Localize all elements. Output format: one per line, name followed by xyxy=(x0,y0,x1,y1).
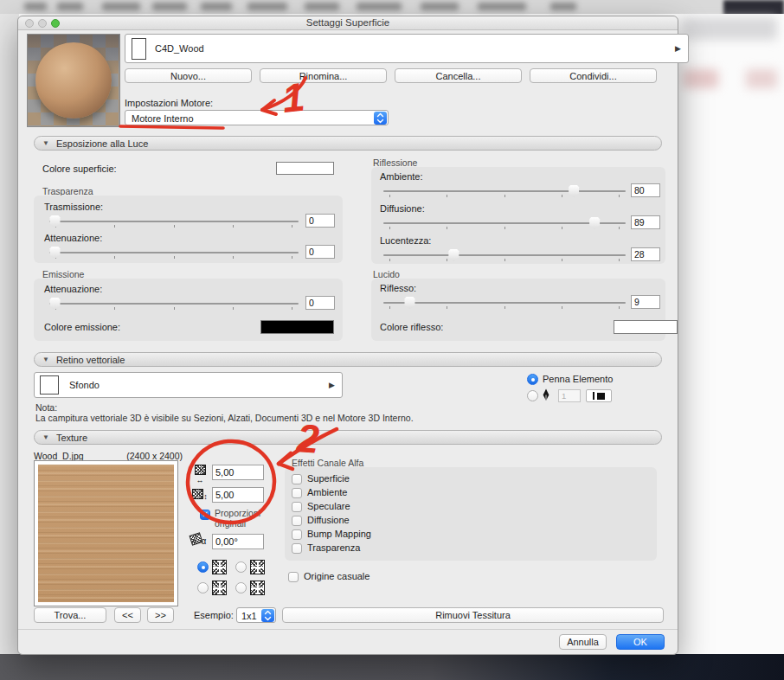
alfa-bump-label: Bump Mapping xyxy=(307,529,371,539)
section-esposizione-title: Esposizione alla Luce xyxy=(56,138,148,149)
alfa-diffusione-label: Diffusione xyxy=(307,515,350,525)
next-texture-button[interactable]: >> xyxy=(147,607,174,623)
nota-text: La campitura vettoriale 3D è visibile su… xyxy=(35,413,414,423)
texture-rotation-field[interactable] xyxy=(212,534,264,549)
mirror-option-3-icon xyxy=(212,581,227,595)
esempio-label: Esempio: xyxy=(194,610,234,620)
attenuazione-slider[interactable] xyxy=(49,247,299,260)
slider-track xyxy=(383,190,626,192)
retino-fill-selector[interactable]: Sfondo ▶ xyxy=(34,372,343,398)
texture-rotation-icon: α xyxy=(189,534,208,546)
riflesso-value[interactable] xyxy=(631,295,660,309)
rimuovi-tessitura-button[interactable]: Rimuovi Tessitura xyxy=(282,607,664,623)
disclosure-triangle-icon[interactable]: ▼ xyxy=(42,434,49,441)
disclosure-triangle-icon[interactable]: ▼ xyxy=(42,140,49,147)
mirror-option-1-radio[interactable] xyxy=(197,561,209,573)
mirror-option-2-radio[interactable] xyxy=(235,561,247,573)
proporzioni-checkbox[interactable] xyxy=(200,510,210,520)
nota-label: Nota: xyxy=(35,402,57,413)
emissione-attenuazione-slider[interactable] xyxy=(49,298,299,311)
settaggi-superficie-dialog: Settaggi Superficie C4D_Wood ▶ Nuovo... … xyxy=(17,16,678,655)
section-retino[interactable]: ▼ Retino vettoriale xyxy=(34,352,662,367)
alfa-superficie-checkbox[interactable] xyxy=(292,474,302,484)
alfa-trasparenza-label: Trasparenza xyxy=(307,542,360,553)
menu-smudge xyxy=(24,3,47,10)
annulla-button[interactable]: Annulla xyxy=(559,634,607,650)
lucido-color-swatch[interactable] xyxy=(614,320,678,334)
condividi-button[interactable]: Condividi... xyxy=(530,68,657,83)
mirror-option-4-radio[interactable] xyxy=(235,582,247,593)
alfa-diffusione-checkbox[interactable] xyxy=(292,516,302,526)
mirror-option-2-icon xyxy=(250,560,265,574)
menu-smudge xyxy=(201,3,232,10)
trasparenza-group: Trasmissione: Attenuazione: xyxy=(34,196,343,263)
trova-button[interactable]: Trova... xyxy=(34,607,106,623)
updown-chevrons-icon xyxy=(376,112,384,124)
emissione-attenuazione-value[interactable] xyxy=(305,296,335,310)
attenuazione-label: Attenuazione: xyxy=(44,233,102,243)
origine-casuale-checkbox[interactable] xyxy=(288,572,299,582)
material-selector[interactable]: C4D_Wood ▶ xyxy=(125,34,689,63)
mirror-option-3-radio[interactable] xyxy=(197,582,209,593)
trasmissione-slider[interactable] xyxy=(49,215,299,228)
background-menubar-blur xyxy=(0,0,784,14)
ok-button[interactable]: OK xyxy=(616,634,665,650)
section-esposizione[interactable]: ▼ Esposizione alla Luce xyxy=(34,136,662,151)
chevron-right-icon: ▶ xyxy=(329,381,335,389)
riflesso-slider[interactable] xyxy=(383,297,626,310)
engine-select[interactable]: Motore Interno xyxy=(125,110,389,125)
alfa-trasparenza-checkbox[interactable] xyxy=(292,543,302,554)
nuovo-button[interactable]: Nuovo... xyxy=(125,68,252,83)
texture-width-field[interactable] xyxy=(212,465,264,480)
alfa-ambiente-checkbox[interactable] xyxy=(292,488,302,498)
previous-texture-button[interactable]: << xyxy=(114,607,141,623)
slider-ticks xyxy=(389,259,620,261)
stepper-icon[interactable] xyxy=(374,112,387,125)
penna-elemento-label: Penna Elemento xyxy=(543,374,613,384)
ambiente-label: Ambiente: xyxy=(380,171,423,182)
attenuazione-value[interactable] xyxy=(305,245,335,259)
surface-color-swatch[interactable] xyxy=(276,162,334,175)
trasmissione-value[interactable] xyxy=(305,214,335,228)
diffusione-label: Diffusione: xyxy=(380,203,425,214)
alfa-bump-checkbox[interactable] xyxy=(292,529,302,540)
alfa-speculare-checkbox[interactable] xyxy=(292,502,302,512)
lucentezza-label: Lucentezza: xyxy=(380,235,431,246)
section-texture[interactable]: ▼ Texture xyxy=(34,430,662,445)
menu-smudge xyxy=(102,3,140,10)
diffusione-slider[interactable] xyxy=(383,217,626,230)
esempio-select[interactable]: 1x1 xyxy=(236,607,276,623)
emissione-color-swatch[interactable] xyxy=(260,320,334,334)
fill-swatch xyxy=(40,375,59,395)
rinomina-button[interactable]: Rinomina... xyxy=(260,68,387,83)
emissione-group: Attenuazione: Colore emissione: xyxy=(34,279,343,341)
lucentezza-value[interactable] xyxy=(631,247,660,261)
texture-height-field[interactable] xyxy=(212,487,264,503)
chevron-right-icon: ▶ xyxy=(675,44,681,53)
slider-ticks xyxy=(389,227,620,229)
menu-smudge xyxy=(57,3,83,10)
stepper-icon[interactable] xyxy=(261,609,274,622)
cancella-button[interactable]: Cancella... xyxy=(395,68,522,83)
engine-value: Motore Interno xyxy=(132,113,194,124)
ambiente-value[interactable] xyxy=(631,183,660,197)
pen-color-button[interactable] xyxy=(586,389,612,402)
fill-name: Sfondo xyxy=(69,380,100,390)
pen-number-field[interactable] xyxy=(558,389,581,402)
origine-casuale-label: Origine casuale xyxy=(304,571,370,581)
penna-elemento-radio[interactable] xyxy=(527,374,538,385)
pen-bar-icon xyxy=(593,392,594,400)
diffusione-value[interactable] xyxy=(631,215,660,229)
texture-height-icon: ↕ xyxy=(192,489,208,501)
mirror-option-4-icon xyxy=(250,581,265,595)
dialog-titlebar[interactable]: Settaggi Superficie xyxy=(18,16,678,30)
texture-preview-image xyxy=(38,465,174,602)
background-toolbar-blur xyxy=(746,69,777,88)
alfa-superficie-label: Superficie xyxy=(307,473,350,484)
menu-smudge xyxy=(478,3,526,10)
material-preview-sphere xyxy=(35,42,112,119)
lucentezza-slider[interactable] xyxy=(383,249,626,262)
disclosure-triangle-icon[interactable]: ▼ xyxy=(42,356,49,363)
pen-custom-radio[interactable] xyxy=(527,390,538,401)
ambiente-slider[interactable] xyxy=(383,185,626,198)
